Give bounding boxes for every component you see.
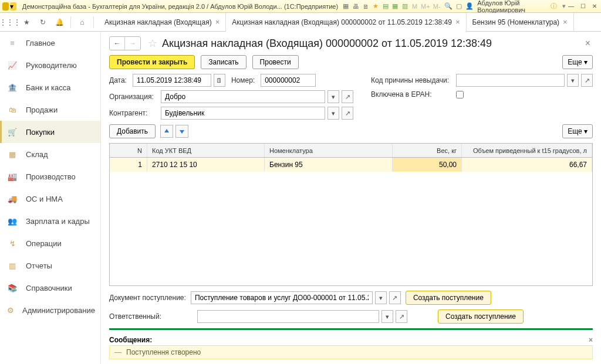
move-up-button[interactable] [160,125,173,138]
table-more-button[interactable]: Еще ▾ [562,124,593,138]
app-dropdown-icon[interactable]: ▾ [10,2,16,11]
post-button[interactable]: Провести [252,55,299,69]
sidebar-item-catalogs[interactable]: 📚Справочники [0,277,100,299]
main-pane: ← → ☆ Акцизная накладная (Входящая) 0000… [101,32,601,364]
search-icon[interactable]: 🔍 [444,2,453,11]
col-volume[interactable]: Объем приведенный к t15 градусов, л [462,144,592,157]
dropdown-icon[interactable]: ▾ [381,310,393,323]
tb-icon[interactable]: ▤ [382,2,389,11]
close-page-icon[interactable]: × [583,38,593,49]
sidebar-item-production[interactable]: 🏭Производство [0,165,100,188]
sidebar-item-admin[interactable]: ⚙Администрирование [0,299,100,321]
col-code[interactable]: Код УКТ ВЕД [147,144,265,157]
tab-label: Акцизная накладная (Входящая) [104,18,212,26]
sidebar-item-warehouse[interactable]: ▦Склад [0,143,100,165]
tab-close-icon[interactable]: × [563,18,568,26]
tb-icon[interactable]: ▢ [456,2,462,11]
print-icon[interactable]: 🖶 [353,2,359,11]
number-input[interactable] [261,74,316,87]
tab-2[interactable]: Бензин 95 (Номенклатура) × [467,13,574,31]
bell-icon[interactable]: 🔔 [53,16,66,29]
more-button[interactable]: Еще ▾ [562,55,593,69]
tb-m[interactable]: M [411,2,418,11]
responsible-select[interactable] [197,310,379,323]
dropdown-icon[interactable]: ▾ [327,90,339,103]
sidebar-item-main[interactable]: ≡Главное [0,32,100,54]
cell-volume: 66,67 [462,158,592,172]
tb-mminus[interactable]: M- [433,2,441,11]
apps-icon[interactable]: ⋮⋮⋮ [4,16,16,29]
window-minimize[interactable]: — [567,3,575,10]
calendar-icon[interactable]: 🗓 [214,74,225,87]
post-and-close-button[interactable]: Провести и закрыть [109,55,195,69]
history-icon[interactable]: ↻ [36,16,49,29]
document-tabs: Акцизная накладная (Входящая) × Акцизная… [99,13,574,31]
window-title: Демонстраційна база - Бухгалтерія для Ук… [22,3,338,10]
erpan-checkbox[interactable] [456,91,464,98]
cell-weight: 50,00 [393,158,462,172]
user-icon: 👤 [465,2,474,11]
favorite-star-icon[interactable]: ☆ [148,37,157,50]
sidebar-item-label: Производство [26,172,76,181]
sidebar-item-reports[interactable]: ▥Отчеты [0,254,100,277]
cart-icon: 🛒 [7,127,18,137]
open-ref-icon[interactable]: ↗ [396,310,407,323]
open-ref-icon[interactable]: ↗ [389,291,401,304]
star-icon[interactable]: ★ [373,2,379,11]
sidebar-item-sales[interactable]: 🛍Продажи [0,98,100,121]
reason-select[interactable] [456,74,565,87]
chevron-down-icon: ▾ [584,127,588,135]
receipt-doc-select[interactable] [191,291,373,304]
open-ref-icon[interactable]: ↗ [342,107,353,120]
calendar-icon[interactable]: ▥ [402,2,408,11]
sidebar-item-purchases[interactable]: 🛒Покупки [0,121,100,143]
save-button[interactable]: Записать [201,55,246,69]
tb-dropdown[interactable]: ▾ [561,2,567,11]
tb-icon[interactable]: ▦ [343,2,349,11]
info-icon[interactable]: ⓘ [551,2,557,11]
create-receipt-button-2[interactable]: Создать поступление [438,309,524,324]
favorite-icon[interactable]: ★ [20,16,33,29]
window-close[interactable]: ✕ [590,3,599,10]
calc-icon[interactable]: ▦ [392,2,399,11]
contragent-select[interactable] [161,107,325,120]
tb-icon[interactable]: 🗎 [363,2,369,11]
col-weight[interactable]: Вес, кг [393,144,462,157]
more-label: Еще [568,127,582,135]
items-table: N Код УКТ ВЕД Номенклатура Вес, кг Объем… [109,143,593,286]
move-down-button[interactable] [175,125,188,138]
create-receipt-button-1[interactable]: Создать поступление [406,291,491,305]
report-icon: ▥ [7,260,18,271]
dropdown-icon[interactable]: ▾ [327,107,339,120]
tab-0[interactable]: Акцизная накладная (Входящая) × [99,13,226,31]
nav-back[interactable]: ← [110,37,125,50]
open-ref-icon[interactable]: ↗ [342,90,353,103]
col-nomen[interactable]: Номенклатура [265,144,393,157]
message-item[interactable]: — Поступлення створено [109,345,593,359]
table-row[interactable]: 1 2710 12 15 10 Бензин 95 50,00 66,67 [110,158,592,172]
sidebar-item-label: Продажи [26,106,58,114]
col-n[interactable]: N [110,144,147,157]
sidebar-item-bank[interactable]: 🏦Банк и касса [0,76,100,98]
messages-close-icon[interactable]: × [589,336,593,344]
sidebar-item-salary[interactable]: 👥Зарплата и кадры [0,210,100,232]
date-input[interactable] [133,74,211,87]
app-icon-1c [2,2,9,11]
message-text: Поступлення створено [126,348,201,356]
tb-mplus[interactable]: M+ [421,2,430,11]
tab-1[interactable]: Акцизная накладная (Входящая) 000000002 … [226,13,466,31]
window-maximize[interactable]: ☐ [579,3,587,10]
tab-close-icon[interactable]: × [455,18,460,26]
more-label: Еще [568,58,582,66]
org-select[interactable] [161,90,325,103]
sidebar-item-manager[interactable]: 📈Руководителю [0,54,100,76]
tab-close-icon[interactable]: × [215,18,220,26]
dropdown-icon[interactable]: ▾ [375,291,387,304]
add-row-button[interactable]: Добавить [109,124,156,138]
sidebar-item-operations[interactable]: ↯Операции [0,232,100,254]
nav-forward[interactable]: → [125,37,140,50]
home-icon[interactable]: ⌂ [76,16,89,29]
dropdown-icon[interactable]: ▾ [567,74,579,87]
open-ref-icon[interactable]: ↗ [581,74,593,87]
sidebar-item-assets[interactable]: 🚚ОС и НМА [0,188,100,210]
